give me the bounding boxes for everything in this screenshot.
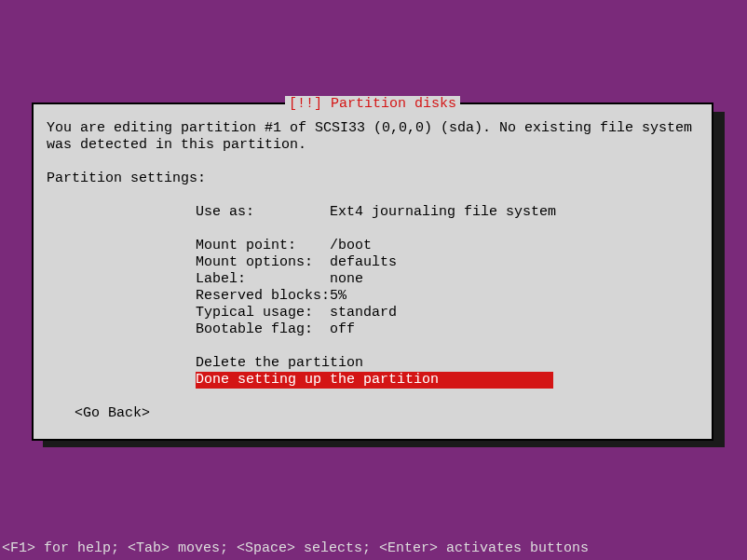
dialog-title-text: Partition disks: [331, 96, 456, 112]
setting-label-field[interactable]: Label: none: [196, 271, 699, 288]
dialog-title-row: [!!] Partition disks: [34, 96, 712, 113]
dialog-title: [!!] Partition disks: [285, 96, 460, 113]
setting-label: Label:: [196, 271, 330, 288]
setting-value: standard: [330, 305, 397, 321]
setting-mount-options[interactable]: Mount options: defaults: [196, 254, 699, 271]
setting-bootable-flag[interactable]: Bootable flag: off: [196, 321, 699, 338]
setting-reserved-blocks[interactable]: Reserved blocks: 5%: [196, 288, 699, 305]
setting-value: defaults: [330, 254, 397, 271]
setting-value: none: [330, 271, 363, 288]
action-list: Delete the partition Done setting up the…: [196, 355, 699, 389]
setting-value: Ext4 journaling file system: [330, 204, 556, 221]
setting-value: off: [330, 321, 355, 338]
action-delete-partition[interactable]: Delete the partition: [196, 355, 699, 372]
setting-typical-usage[interactable]: Typical usage: standard: [196, 305, 699, 321]
setting-value: /boot: [330, 238, 372, 254]
setting-label: Reserved blocks:: [196, 288, 330, 305]
warning-marker: [!!]: [289, 96, 331, 112]
setting-label: Mount options:: [196, 254, 330, 271]
settings-heading: Partition settings:: [47, 171, 699, 187]
setting-mount-point[interactable]: Mount point: /boot: [196, 238, 699, 254]
setting-label: Use as:: [196, 204, 330, 221]
help-footer: <F1> for help; <Tab> moves; <Space> sele…: [2, 540, 589, 557]
setting-label: Bootable flag:: [196, 321, 330, 338]
settings-list: Use as: Ext4 journaling file system Moun…: [196, 204, 699, 338]
setting-use-as[interactable]: Use as: Ext4 journaling file system: [196, 204, 699, 221]
go-back-button[interactable]: <Go Back>: [75, 405, 699, 422]
dialog-description: You are editing partition #1 of SCSI33 (…: [47, 120, 699, 154]
action-done-setting-up[interactable]: Done setting up the partition: [196, 372, 553, 389]
setting-label: Mount point:: [196, 238, 330, 254]
setting-value: 5%: [330, 288, 346, 305]
setting-label: Typical usage:: [196, 305, 330, 321]
blank-row: [196, 221, 699, 238]
partition-dialog: [!!] Partition disks You are editing par…: [32, 102, 713, 441]
